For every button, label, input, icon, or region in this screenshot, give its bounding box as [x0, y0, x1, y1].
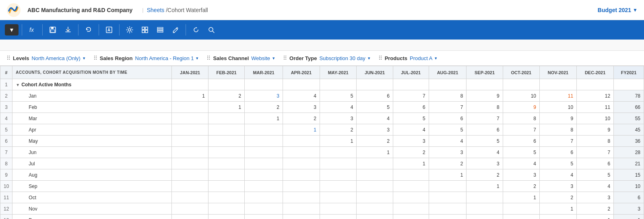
- data-cell[interactable]: 36: [614, 136, 644, 147]
- data-cell[interactable]: [208, 181, 244, 192]
- data-cell[interactable]: [172, 203, 208, 215]
- data-cell[interactable]: [320, 203, 357, 215]
- data-cell[interactable]: [393, 203, 429, 215]
- data-cell[interactable]: 8: [577, 136, 614, 147]
- data-cell[interactable]: [245, 169, 283, 181]
- data-cell[interactable]: 9: [577, 124, 614, 136]
- levels-value[interactable]: North America (Only): [31, 55, 80, 61]
- data-cell[interactable]: [208, 215, 244, 219]
- undo-button[interactable]: [82, 24, 95, 36]
- data-cell[interactable]: 5: [357, 102, 393, 113]
- data-cell[interactable]: 4: [357, 113, 393, 124]
- data-cell[interactable]: [172, 147, 208, 158]
- data-cell[interactable]: 3: [320, 113, 357, 124]
- data-cell[interactable]: [466, 215, 503, 219]
- data-cell[interactable]: 10: [577, 113, 614, 124]
- data-cell[interactable]: 3: [614, 203, 644, 215]
- grid-button[interactable]: [138, 24, 152, 36]
- data-cell[interactable]: [357, 158, 393, 169]
- data-cell[interactable]: 5: [429, 124, 466, 136]
- data-cell[interactable]: 5: [320, 90, 357, 102]
- export-button[interactable]: [61, 24, 75, 36]
- data-cell[interactable]: 1: [539, 203, 576, 215]
- data-cell[interactable]: 12: [577, 90, 614, 102]
- sales-channel-chevron-icon[interactable]: ▾: [272, 56, 275, 61]
- data-cell[interactable]: 5: [393, 113, 429, 124]
- data-cell[interactable]: 5: [577, 169, 614, 181]
- data-cell[interactable]: 10: [539, 102, 576, 113]
- data-cell[interactable]: 1: [577, 215, 614, 219]
- data-cell[interactable]: 11: [539, 90, 576, 102]
- data-cell[interactable]: 5: [466, 136, 503, 147]
- data-cell[interactable]: [320, 158, 357, 169]
- data-cell[interactable]: [208, 113, 244, 124]
- data-cell[interactable]: 1: [208, 102, 244, 113]
- data-cell[interactable]: 1: [320, 136, 357, 147]
- levels-chevron-icon[interactable]: ▾: [83, 56, 85, 61]
- data-cell[interactable]: 4: [577, 181, 614, 192]
- data-cell[interactable]: 3: [539, 181, 576, 192]
- data-cell[interactable]: 9: [539, 113, 576, 124]
- data-cell[interactable]: [172, 79, 208, 90]
- data-cell[interactable]: 2: [503, 181, 539, 192]
- data-cell[interactable]: 11: [577, 102, 614, 113]
- data-cell[interactable]: 2: [245, 102, 283, 113]
- data-cell[interactable]: [172, 136, 208, 147]
- data-cell[interactable]: [429, 215, 466, 219]
- data-cell[interactable]: [466, 79, 503, 90]
- data-cell[interactable]: [393, 215, 429, 219]
- data-cell[interactable]: 8: [466, 102, 503, 113]
- data-cell[interactable]: 15: [614, 169, 644, 181]
- data-cell[interactable]: [172, 158, 208, 169]
- breadcrumb-sheets-link[interactable]: Sheets: [147, 7, 165, 13]
- data-cell[interactable]: [245, 181, 283, 192]
- sales-region-chevron-icon[interactable]: ▾: [196, 56, 198, 61]
- text-button[interactable]: A: [102, 24, 116, 36]
- data-cell[interactable]: 2: [208, 90, 244, 102]
- settings-button[interactable]: [123, 24, 136, 36]
- data-cell[interactable]: 9: [503, 102, 539, 113]
- data-cell[interactable]: [577, 79, 614, 90]
- data-cell[interactable]: [357, 192, 393, 203]
- data-cell[interactable]: 1: [503, 192, 539, 203]
- data-cell[interactable]: 10: [614, 181, 644, 192]
- data-cell[interactable]: 3: [466, 158, 503, 169]
- data-cell[interactable]: [245, 215, 283, 219]
- data-cell[interactable]: [283, 158, 320, 169]
- data-cell[interactable]: 6: [357, 90, 393, 102]
- data-cell[interactable]: 4: [320, 102, 357, 113]
- data-cell[interactable]: [429, 203, 466, 215]
- data-cell[interactable]: 1: [429, 169, 466, 181]
- data-cell[interactable]: 1: [393, 158, 429, 169]
- data-cell[interactable]: 9: [466, 90, 503, 102]
- products-value[interactable]: Product A: [410, 55, 432, 61]
- data-cell[interactable]: 4: [283, 90, 320, 102]
- data-cell[interactable]: [357, 169, 393, 181]
- data-cell[interactable]: [283, 203, 320, 215]
- data-cell[interactable]: 7: [577, 147, 614, 158]
- data-cell[interactable]: 6: [577, 158, 614, 169]
- data-cell[interactable]: 4: [393, 124, 429, 136]
- sales-region-value[interactable]: North America - Region 1: [135, 55, 194, 61]
- data-cell[interactable]: 8: [539, 124, 576, 136]
- data-cell[interactable]: 55: [614, 113, 644, 124]
- search-toolbar-button[interactable]: [204, 24, 218, 36]
- data-cell[interactable]: [283, 136, 320, 147]
- data-cell[interactable]: [320, 181, 357, 192]
- data-cell[interactable]: [283, 181, 320, 192]
- data-cell[interactable]: 2: [283, 113, 320, 124]
- data-cell[interactable]: 5: [503, 147, 539, 158]
- toolbar-dropdown-button[interactable]: ▼: [5, 24, 19, 35]
- data-cell[interactable]: [539, 79, 576, 90]
- data-cell[interactable]: [539, 215, 576, 219]
- data-cell[interactable]: [393, 192, 429, 203]
- data-cell[interactable]: [320, 169, 357, 181]
- data-cell[interactable]: 2: [466, 169, 503, 181]
- data-cell[interactable]: 6: [539, 147, 576, 158]
- data-cell[interactable]: [172, 169, 208, 181]
- data-cell[interactable]: [393, 79, 429, 90]
- data-cell[interactable]: 2: [393, 147, 429, 158]
- data-cell[interactable]: [283, 147, 320, 158]
- order-type-chevron-icon[interactable]: ▾: [368, 56, 370, 61]
- sales-channel-drag-handle[interactable]: ⠿: [206, 55, 211, 61]
